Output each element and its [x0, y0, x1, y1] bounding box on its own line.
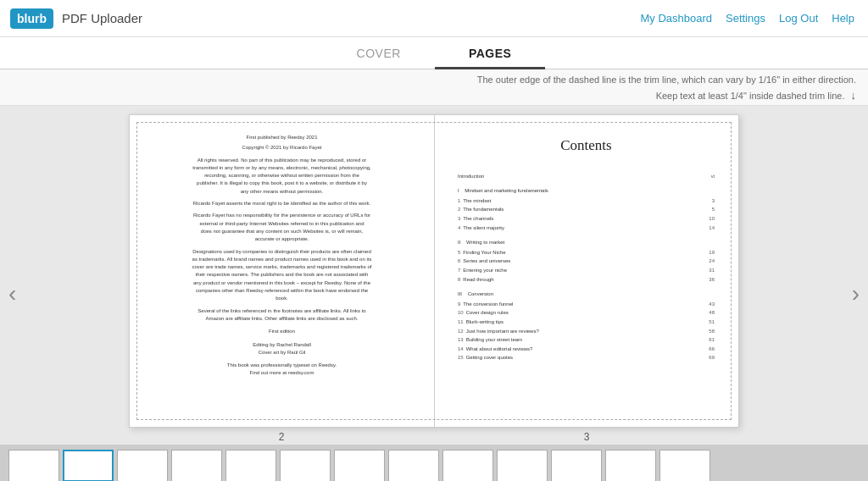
logout-link[interactable]: Log Out: [779, 12, 818, 25]
filmstrip: [0, 445, 868, 481]
toc-item-7: 7Entering your niche 31: [458, 267, 715, 276]
spine-line: [434, 115, 435, 427]
filmstrip-thumb-7[interactable]: [334, 450, 385, 481]
toc-item-10: 10Cover design rules 48: [458, 309, 715, 318]
next-page-button[interactable]: ›: [845, 280, 866, 307]
toc-item-2: 2The fundamentals 5: [458, 206, 715, 215]
left-page-credits: Editing by Rachel RandallCover art by Ra…: [153, 341, 410, 357]
filmstrip-thumb-12[interactable]: [605, 450, 656, 481]
filmstrip-thumb-11[interactable]: [551, 450, 602, 481]
toc-item-14: 14What about editorial reviews? 66: [458, 345, 715, 354]
app-title: PDF Uploader: [62, 11, 142, 25]
filmstrip-thumb-9[interactable]: [442, 450, 493, 481]
settings-link[interactable]: Settings: [726, 12, 765, 25]
toc-item-13: 13Building your street team 61: [458, 336, 715, 346]
filmstrip-thumb-4[interactable]: [171, 450, 222, 481]
prev-page-button[interactable]: ‹: [2, 280, 23, 307]
left-page: First published by Reedsy 2021 Copyright…: [130, 115, 434, 427]
left-page-affiliate: Several of the links referenced in the f…: [153, 307, 410, 323]
toc-item-6: 6Series and universes 24: [458, 257, 715, 267]
tab-cover[interactable]: COVER: [323, 40, 435, 69]
filmstrip-thumb-13[interactable]: [659, 450, 710, 481]
toc-section-i-label: I Mindset and marketing fundamentals: [458, 187, 715, 196]
my-dashboard-link[interactable]: My Dashboard: [640, 12, 712, 25]
filmstrip-thumb-6[interactable]: [280, 450, 331, 481]
filmstrip-thumb-1[interactable]: [8, 450, 59, 481]
toc-item-15: 15Getting cover quotes 69: [458, 354, 715, 363]
book-spread: First published by Reedsy 2021 Copyright…: [129, 114, 739, 428]
left-page-trademarks: Designations used by companies to distin…: [153, 248, 410, 303]
left-page-moral: Ricardo Fayet asserts the moral right to…: [153, 200, 410, 207]
right-page: Contents Introduction vi I Mindset and m…: [434, 115, 738, 427]
toc-intro: Introduction vi: [458, 172, 715, 181]
toc-section-iii-label: III Conversion: [458, 290, 715, 299]
left-page-line-1: First published by Reedsy 2021: [153, 134, 410, 141]
tab-pages[interactable]: PAGES: [435, 40, 545, 69]
page-numbers-bar: 2 3: [129, 428, 739, 446]
blurb-logo: blurb: [10, 8, 53, 29]
left-page-rights: All rights reserved. No part of this pub…: [153, 157, 410, 196]
tabs-bar: COVER PAGES: [0, 37, 868, 69]
toc-item-8: 8Read through 36: [458, 275, 715, 285]
filmstrip-thumb-2[interactable]: [63, 450, 114, 481]
help-link[interactable]: Help: [832, 12, 854, 25]
toc-item-11: 11Blurb-writing tips 51: [458, 318, 715, 328]
toc-item-9: 9The conversion funnel 43: [458, 300, 715, 309]
left-page-urls: Ricardo Fayet has no responsibility for …: [153, 212, 410, 243]
left-page-edition: First edition: [153, 328, 410, 335]
toc-intro-label: Introduction: [458, 173, 484, 181]
filmstrip-thumb-10[interactable]: [497, 450, 548, 481]
toc-item-12: 12Just how important are reviews? 58: [458, 327, 715, 336]
header-left: blurb PDF Uploader: [10, 8, 142, 29]
main-area: ‹ First published by Reedsy 2021 Copyrig…: [0, 106, 868, 481]
toc-item-3: 3The channels 10: [458, 215, 715, 224]
info-line1: The outer edge of the dashed line is the…: [12, 73, 856, 87]
toc-section-ii-label: II Writing to market: [458, 239, 715, 247]
header: blurb PDF Uploader My Dashboard Settings…: [0, 0, 868, 37]
toc-item-5: 5Finding Your Niche 19: [458, 248, 715, 257]
toc-title: Contents: [458, 134, 715, 157]
info-line2: Keep text at least 1/4" inside dashed tr…: [12, 87, 856, 104]
arrow-down-icon: ↓: [851, 87, 857, 104]
filmstrip-thumb-3[interactable]: [117, 450, 168, 481]
header-nav: My Dashboard Settings Log Out Help: [640, 12, 854, 25]
filmstrip-thumb-8[interactable]: [388, 450, 439, 481]
filmstrip-thumb-5[interactable]: [225, 450, 276, 481]
toc-item-4: 4The silent majority 14: [458, 224, 715, 233]
left-page-number: 2: [279, 431, 285, 443]
right-page-number: 3: [584, 431, 590, 443]
toc-item-1: 1The mindset 3: [458, 196, 715, 206]
left-page-line-2: Copyright © 2021 by Ricardo Fayet: [153, 144, 410, 152]
toc-intro-page: vi: [703, 173, 715, 181]
info-bar: The outer edge of the dashed line is the…: [0, 69, 868, 106]
left-page-typeset: This book was professionally typeset on …: [153, 362, 410, 378]
